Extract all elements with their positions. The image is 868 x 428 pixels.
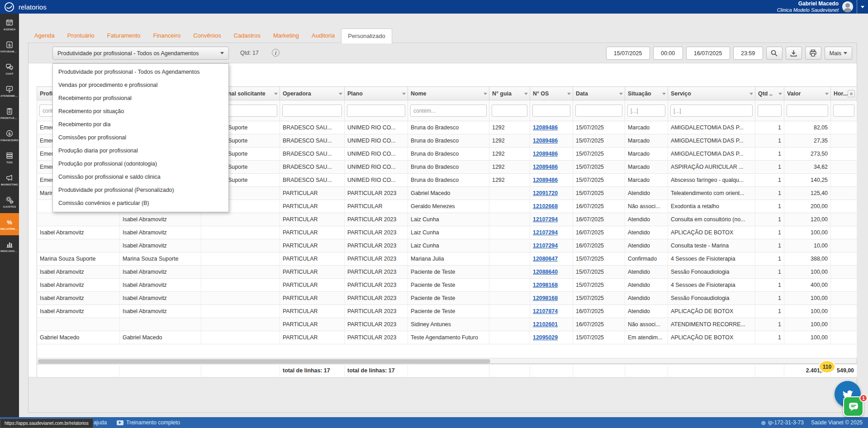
column-header-plano[interactable]: Plano <box>345 87 408 100</box>
report-menu-item-producao-por-profissional-odontologia[interactable]: Produção por profissional (odontologia) <box>53 157 228 171</box>
sort-chevron-icon[interactable] <box>402 93 406 95</box>
column-header-operadora[interactable]: Operadora <box>280 87 345 100</box>
tab-financeiro[interactable]: Financeiro <box>147 29 187 43</box>
column-header-nome[interactable]: Nome <box>408 87 489 100</box>
os-number-link[interactable]: 12089486 <box>533 164 558 170</box>
os-number-link[interactable]: 12107294 <box>533 243 558 249</box>
table-row[interactable]: Isabel AbramovitzIsabel AbramovitzPARTIC… <box>37 305 857 318</box>
tab-marketing[interactable]: Marketing <box>267 29 305 43</box>
sidebar-item-relatorios[interactable]: %RELATÓRIOS <box>0 213 19 235</box>
report-menu-item-producao-diaria-por-profissional[interactable]: Produção diaria por profissional <box>53 144 228 157</box>
sort-chevron-icon[interactable] <box>619 93 623 95</box>
column-header-data[interactable]: Data <box>573 87 625 100</box>
time-to-input[interactable] <box>733 47 763 60</box>
table-row[interactable]: Isabel AbramovitzIsabel AbramovitzPARTIC… <box>37 226 857 239</box>
sort-chevron-icon[interactable] <box>778 93 782 95</box>
search-button[interactable] <box>766 47 783 60</box>
filter-input-situacao[interactable] <box>627 105 665 117</box>
training-link[interactable]: Treinamento completo <box>117 419 180 426</box>
sort-chevron-icon[interactable] <box>339 93 342 95</box>
sort-chevron-icon[interactable] <box>567 93 571 95</box>
column-header-hor[interactable]: Hor...≡ <box>831 87 857 100</box>
time-from-input[interactable] <box>653 47 683 60</box>
tab-personalizado[interactable]: Personalizado <box>341 29 392 43</box>
filter-input-hor[interactable] <box>833 105 854 117</box>
os-number-link[interactable]: 12098168 <box>533 282 558 288</box>
filter-input-n-os[interactable] <box>532 105 570 117</box>
column-header-situacao[interactable]: Situação <box>625 87 668 100</box>
sidebar-item-marketing[interactable]: MARKETING <box>0 169 19 191</box>
report-menu-item-comissao-por-profissional-e-saldo-clinic[interactable]: Comissão por profissional e saldo clinic… <box>53 171 228 184</box>
tab-agenda[interactable]: Agenda <box>28 29 61 43</box>
date-to-input[interactable] <box>686 47 730 60</box>
table-row[interactable]: Gabriel MacedoGabriel MacedoPARTICULARPA… <box>37 331 857 344</box>
column-header-servico[interactable]: Serviço <box>668 87 755 100</box>
filter-input-plano[interactable] <box>347 105 405 117</box>
os-number-link[interactable]: 12089486 <box>533 177 558 183</box>
os-number-link[interactable]: 12091720 <box>533 190 558 196</box>
more-button[interactable]: Mais <box>825 47 852 60</box>
table-row[interactable]: Isabel AbramovitzIsabel AbramovitzPARTIC… <box>37 279 857 292</box>
column-chooser-icon[interactable]: ≡ <box>848 90 855 97</box>
sidebar-item-prontuarios[interactable]: PRONTUÁRIOS <box>0 102 19 124</box>
table-row[interactable]: Isabel AbramovitzIsabel AbramovitzPARTIC… <box>37 292 857 305</box>
os-number-link[interactable]: 12102601 <box>533 321 558 328</box>
os-number-link[interactable]: 12098168 <box>533 295 558 301</box>
table-row[interactable]: PARTICULARPARTICULAR 2023Sidiney Antunes… <box>37 318 857 331</box>
report-menu-item-vendas-por-procedimento-e-profissional[interactable]: Vendas por procedimento e profissional <box>53 79 228 92</box>
sidebar-item-tiss[interactable]: TISS <box>0 147 19 169</box>
os-number-link[interactable]: 12089486 <box>533 151 558 157</box>
os-number-link[interactable]: 12095029 <box>533 334 558 341</box>
report-menu-item-recebimento-por-dia[interactable]: Recebimento por dia <box>53 118 228 131</box>
report-menu-item-produtividade-por-profissional-personali[interactable]: Produtividade por profissional (Personal… <box>53 184 228 197</box>
os-number-link[interactable]: 12107294 <box>533 229 558 236</box>
table-row[interactable]: Marina Souza SuporteMarina Souza Suporte… <box>37 252 857 266</box>
sort-chevron-icon[interactable] <box>484 93 487 95</box>
user-menu-caret-icon[interactable] <box>857 0 868 14</box>
filter-input-operadora[interactable] <box>282 105 342 117</box>
os-number-link[interactable]: 12107294 <box>533 216 558 223</box>
os-number-link[interactable]: 12080647 <box>533 256 558 262</box>
sidebar-item-indicadores[interactable]: INDICADORES <box>0 235 19 257</box>
tab-convenios[interactable]: Convênios <box>187 29 227 43</box>
sort-chevron-icon[interactable] <box>662 93 666 95</box>
tab-prontuario[interactable]: Prontuário <box>61 29 101 43</box>
report-menu-item-recebimento-por-situacao[interactable]: Recebimento por situação <box>53 105 228 118</box>
table-row[interactable]: Isabel AbramovitzPARTICULARPARTICULAR 20… <box>37 213 857 226</box>
os-number-link[interactable]: 12089486 <box>533 124 558 131</box>
filter-input-data[interactable] <box>575 105 622 117</box>
sort-chevron-icon[interactable] <box>274 93 278 95</box>
tab-faturamento[interactable]: Faturamento <box>101 29 147 43</box>
os-number-link[interactable]: 12102668 <box>533 203 558 209</box>
column-header-qtd[interactable]: Qtd .. <box>755 87 784 100</box>
tab-auditoria[interactable]: Auditoria <box>305 29 341 43</box>
sidebar-item-chat[interactable]: CHAT <box>0 58 19 80</box>
info-icon[interactable]: i <box>272 49 280 57</box>
notification-counter-badge[interactable]: 110 <box>819 360 835 373</box>
report-menu-item-produtividade-por-profissional-todos-os-[interactable]: Produtividade por profissional - Todos o… <box>53 66 228 79</box>
report-menu-item-comissoes-por-profissional[interactable]: Comissões por profissional <box>53 131 228 144</box>
os-number-link[interactable]: 12107874 <box>533 308 558 314</box>
column-header-n-guia[interactable]: N° guia <box>489 87 530 100</box>
filter-input-qtd[interactable] <box>758 105 782 117</box>
horizontal-scrollbar[interactable] <box>37 358 857 364</box>
sidebar-item-atendimento[interactable]: ATENDIMENTO <box>0 80 19 102</box>
filter-input-nome[interactable] <box>410 105 487 117</box>
table-row[interactable]: Isabel AbramovitzIsabel AbramovitzPARTIC… <box>37 266 857 279</box>
tab-cadastros[interactable]: Cadastros <box>228 29 267 43</box>
filter-input-valor[interactable] <box>787 105 828 117</box>
user-avatar[interactable] <box>842 1 853 12</box>
sidebar-item-agenda[interactable]: AGENDA <box>0 14 19 36</box>
horizontal-scrollbar-thumb[interactable] <box>38 359 490 363</box>
date-from-input[interactable] <box>606 47 650 60</box>
report-menu-item-recebimento-por-profissional[interactable]: Recebimento por profissional <box>53 92 228 105</box>
report-menu-item-comissao-convenios-e-particular-b[interactable]: Comissão convênios e particular (B) <box>53 197 228 210</box>
column-header-valor[interactable]: Valor <box>784 87 831 100</box>
sidebar-item-faturamento[interactable]: $FATURAMENTO <box>0 36 19 58</box>
sort-chevron-icon[interactable] <box>825 93 829 95</box>
print-button[interactable] <box>805 47 821 60</box>
sort-chevron-icon[interactable] <box>749 93 753 95</box>
sort-chevron-icon[interactable] <box>524 93 528 95</box>
os-number-link[interactable]: 12089486 <box>533 138 558 144</box>
filter-input-servico[interactable] <box>670 105 753 117</box>
